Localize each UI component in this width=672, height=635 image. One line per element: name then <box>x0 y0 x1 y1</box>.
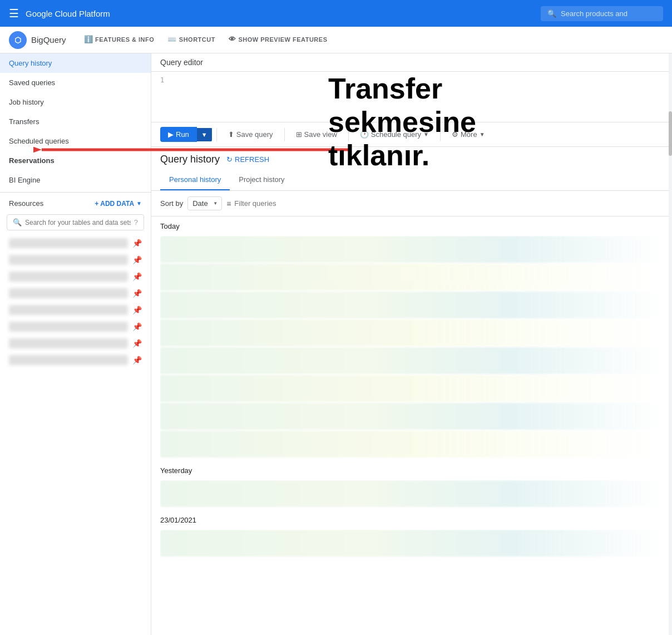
tab-project-history[interactable]: Project history <box>230 170 293 190</box>
nav-item-preview[interactable]: 👁 SHOW PREVIEW FEATURES <box>222 27 334 53</box>
list-item: 📌 <box>0 335 151 352</box>
pin-icon[interactable]: 📌 <box>132 322 142 331</box>
query-history-panel: Query history ↻ REFRESH Personal history… <box>151 147 672 635</box>
search-placeholder: Search products and <box>561 9 627 18</box>
sort-filter-bar: Sort by Date ≡ <box>151 191 672 216</box>
sidebar-divider <box>0 192 151 193</box>
bq-title: BigQuery <box>31 35 66 45</box>
info-icon: ℹ️ <box>84 35 93 43</box>
dropdown-arrow-icon: ▼ <box>480 131 485 137</box>
run-button-group: ▶ Run ▼ <box>160 127 212 142</box>
run-dropdown-button[interactable]: ▼ <box>197 128 212 141</box>
list-item[interactable] <box>160 375 663 402</box>
filter-input-wrapper: ≡ <box>226 199 449 208</box>
list-item[interactable] <box>160 264 663 291</box>
section-label-date23: 23/01/2021 <box>151 510 672 528</box>
history-items-yesterday <box>160 480 663 508</box>
dropdown-arrow-icon: ▼ <box>423 131 429 137</box>
list-item: 📌 <box>0 285 151 302</box>
bq-logo: ⬡ BigQuery <box>9 31 66 49</box>
schedule-query-button[interactable]: 🕐 Schedule query ▼ <box>353 127 436 142</box>
main-content: Query editor 1 ▶ Run ▼ ⬆ Save query ⊞ <box>151 53 672 635</box>
query-history-tabs: Personal history Project history <box>151 170 672 191</box>
list-item: 📌 <box>0 318 151 335</box>
separator <box>440 128 441 141</box>
sidebar-item-transfers[interactable]: Transfers <box>0 112 151 131</box>
list-item[interactable] <box>160 530 663 557</box>
nav-item-shortcut[interactable]: ⌨️ SHORTCUT <box>161 27 222 53</box>
sidebar: Query history Saved queries Job history … <box>0 53 151 635</box>
refresh-icon: ↻ <box>226 155 233 164</box>
line-number: 1 <box>160 76 164 117</box>
section-label-today: Today <box>151 216 672 234</box>
more-button[interactable]: ⚙ More ▼ <box>445 127 492 142</box>
history-items-date23 <box>160 530 663 558</box>
pin-icon[interactable]: 📌 <box>132 356 142 365</box>
pin-icon[interactable]: 📌 <box>132 239 142 248</box>
history-items-today <box>160 236 663 459</box>
resources-header: Resources + ADD DATA ▼ <box>0 195 151 212</box>
top-navigation: ☰ Google Cloud Platform 🔍 Search product… <box>0 0 672 27</box>
list-item: 📌 <box>0 302 151 318</box>
list-item[interactable] <box>160 480 663 507</box>
eye-icon: 👁 <box>229 35 236 43</box>
search-bar[interactable]: 🔍 Search products and <box>541 6 663 21</box>
tab-personal-history[interactable]: Personal history <box>160 170 230 190</box>
sidebar-item-reservations[interactable]: Reservations <box>0 151 151 170</box>
search-tables-input-wrapper[interactable]: 🔍 ? <box>7 214 144 230</box>
list-item[interactable] <box>160 236 663 263</box>
bigquery-subnav: ⬡ BigQuery ℹ️ FEATURES & INFO ⌨️ SHORTCU… <box>0 27 672 53</box>
separator <box>216 128 217 141</box>
save-view-button[interactable]: ⊞ Save view <box>289 127 344 142</box>
refresh-button[interactable]: ↻ REFRESH <box>226 155 269 164</box>
pin-icon[interactable]: 📌 <box>132 339 142 348</box>
bq-logo-icon: ⬡ <box>9 31 27 49</box>
add-data-button[interactable]: + ADD DATA ▼ <box>95 200 142 208</box>
query-history-title: Query history <box>160 154 220 165</box>
nav-item-features[interactable]: ℹ️ FEATURES & INFO <box>77 27 161 53</box>
list-item[interactable] <box>160 431 663 457</box>
query-history-header: Query history ↻ REFRESH <box>151 147 672 165</box>
list-item[interactable] <box>160 292 663 318</box>
search-tables-input[interactable] <box>25 219 131 227</box>
clock-icon: 🕐 <box>360 130 369 139</box>
query-editor-title: Query editor <box>151 53 672 72</box>
save-query-button[interactable]: ⬆ Save query <box>221 127 280 142</box>
list-item: 📌 <box>0 352 151 368</box>
search-icon: 🔍 <box>547 9 556 18</box>
list-item[interactable] <box>160 403 663 430</box>
sort-label: Sort by <box>160 199 183 208</box>
list-item[interactable] <box>160 319 663 346</box>
section-label-yesterday: Yesterday <box>151 461 672 478</box>
sort-select[interactable]: Date <box>187 196 222 210</box>
sidebar-item-bi-engine[interactable]: BI Engine <box>0 170 151 190</box>
filter-icon: ≡ <box>226 199 231 208</box>
pin-icon[interactable]: 📌 <box>132 272 142 281</box>
search-icon: 🔍 <box>13 218 22 227</box>
query-editor-section: Query editor 1 <box>151 53 672 122</box>
sidebar-item-scheduled-queries[interactable]: Scheduled queries <box>0 131 151 151</box>
chevron-down-icon: ▼ <box>136 200 142 206</box>
sidebar-item-job-history[interactable]: Job history <box>0 92 151 112</box>
list-item: 📌 <box>0 252 151 268</box>
pin-icon[interactable]: 📌 <box>132 255 142 264</box>
save-icon: ⬆ <box>228 130 234 139</box>
run-icon: ▶ <box>168 130 174 139</box>
gear-icon: ⚙ <box>452 130 458 139</box>
separator <box>284 128 285 141</box>
sidebar-item-query-history[interactable]: Query history <box>0 53 151 73</box>
separator <box>348 128 349 141</box>
sidebar-item-saved-queries[interactable]: Saved queries <box>0 73 151 92</box>
pin-icon[interactable]: 📌 <box>132 306 142 314</box>
hamburger-menu[interactable]: ☰ <box>9 7 19 20</box>
filter-input[interactable] <box>234 199 449 208</box>
run-button[interactable]: ▶ Run <box>160 127 197 142</box>
resources-label: Resources <box>9 199 43 208</box>
keyboard-icon: ⌨️ <box>167 35 177 43</box>
brand-name: Google Cloud Platform <box>26 9 534 18</box>
list-item[interactable] <box>160 347 663 374</box>
query-editor-area[interactable]: 1 <box>151 72 672 122</box>
help-icon: ? <box>134 218 138 227</box>
list-item: 📌 <box>0 268 151 285</box>
pin-icon[interactable]: 📌 <box>132 289 142 298</box>
